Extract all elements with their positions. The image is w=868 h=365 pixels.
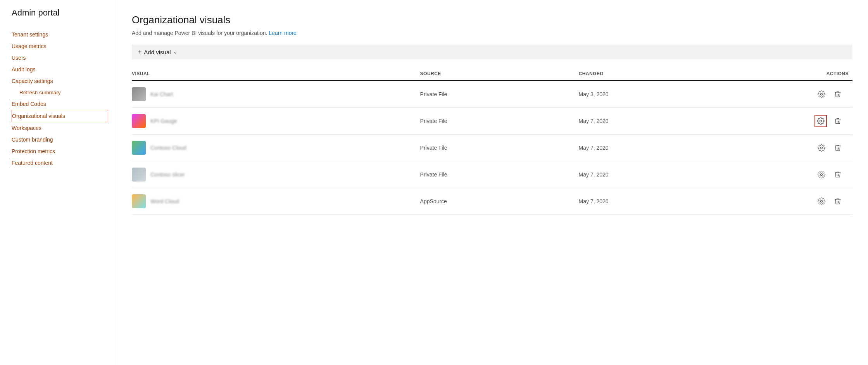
learn-more-link[interactable]: Learn more xyxy=(269,30,297,36)
settings-button-row-2[interactable] xyxy=(815,115,827,127)
source-cell-row-5: AppSource xyxy=(420,188,579,215)
sidebar-item-label-workspaces: Workspaces xyxy=(12,125,41,131)
actions-cell-row-2 xyxy=(737,108,852,135)
visual-icon-row-1 xyxy=(132,87,146,101)
actions-cell-row-5 xyxy=(737,188,852,215)
delete-button-row-5[interactable] xyxy=(832,196,843,207)
actions-cell-row-4 xyxy=(737,161,852,188)
main-content: Organizational visuals Add and manage Po… xyxy=(116,0,868,365)
changed-cell-row-2: May 7, 2020 xyxy=(579,108,737,135)
sidebar-item-workspaces[interactable]: Workspaces xyxy=(12,122,116,134)
table-row: Word Cloud AppSourceMay 7, 2020 xyxy=(132,188,852,215)
table-row: KPI Gauge Private FileMay 7, 2020 xyxy=(132,108,852,135)
visual-icon-row-2 xyxy=(132,114,146,128)
add-visual-label: Add visual xyxy=(144,49,171,55)
visual-cell-row-2: KPI Gauge xyxy=(132,108,420,135)
source-cell-row-2: Private File xyxy=(420,108,579,135)
app-container: Admin portal Tenant settingsUsage metric… xyxy=(0,0,868,365)
visual-cell-row-3: Contoso Cloud xyxy=(132,135,420,161)
actions-cell-row-3 xyxy=(737,135,852,161)
sidebar-item-label-organizational-visuals: Organizational visuals xyxy=(12,113,65,119)
sidebar-item-label-audit-logs: Audit logs xyxy=(12,66,35,73)
toolbar: + Add visual ⌄ xyxy=(132,45,852,59)
chevron-down-icon: ⌄ xyxy=(173,49,177,55)
delete-button-row-4[interactable] xyxy=(832,169,843,180)
sidebar-item-custom-branding[interactable]: Custom branding xyxy=(12,134,116,145)
sidebar-item-label-users: Users xyxy=(12,55,26,61)
sidebar-item-featured-content[interactable]: Featured content xyxy=(12,157,116,169)
visual-icon-row-5 xyxy=(132,194,146,208)
subtitle-text: Add and manage Power BI visuals for your… xyxy=(132,30,267,36)
settings-button-row-3[interactable] xyxy=(816,142,827,153)
source-cell-row-4: Private File xyxy=(420,161,579,188)
visual-cell-row-4: Contoso slicer xyxy=(132,161,420,188)
sidebar-item-label-tenant-settings: Tenant settings xyxy=(12,31,48,38)
visual-icon-row-4 xyxy=(132,168,146,182)
settings-button-row-4[interactable] xyxy=(816,169,827,180)
changed-cell-row-5: May 7, 2020 xyxy=(579,188,737,215)
sidebar-item-capacity-settings[interactable]: Capacity settings xyxy=(12,75,116,87)
sidebar-item-organizational-visuals[interactable]: Organizational visuals xyxy=(12,110,108,122)
page-subtitle: Add and manage Power BI visuals for your… xyxy=(132,30,852,36)
delete-button-row-3[interactable] xyxy=(832,142,843,153)
admin-portal-title: Admin portal xyxy=(12,8,116,18)
sidebar-item-audit-logs[interactable]: Audit logs xyxy=(12,64,116,75)
settings-button-row-1[interactable] xyxy=(816,89,827,100)
svg-point-4 xyxy=(821,201,823,202)
sidebar-item-label-featured-content: Featured content xyxy=(12,160,53,166)
actions-cell-row-1 xyxy=(737,81,852,108)
svg-point-2 xyxy=(821,147,823,149)
visuals-table: VISUAL SOURCE CHANGED ACTIONS Kai Chart … xyxy=(132,67,852,215)
table-header-row: VISUAL SOURCE CHANGED ACTIONS xyxy=(132,67,852,81)
sidebar-item-label-custom-branding: Custom branding xyxy=(12,137,53,143)
changed-cell-row-4: May 7, 2020 xyxy=(579,161,737,188)
sidebar-item-label-capacity-settings: Capacity settings xyxy=(12,78,53,84)
sidebar-item-label-embed-codes: Embed Codes xyxy=(12,101,46,107)
sidebar-item-label-usage-metrics: Usage metrics xyxy=(12,43,46,49)
sidebar-item-tenant-settings[interactable]: Tenant settings xyxy=(12,29,116,40)
col-header-actions: ACTIONS xyxy=(737,67,852,81)
sidebar-nav: Tenant settingsUsage metricsUsersAudit l… xyxy=(12,29,116,169)
table-row: Contoso slicer Private FileMay 7, 2020 xyxy=(132,161,852,188)
table-row: Kai Chart Private FileMay 3, 2020 xyxy=(132,81,852,108)
add-visual-button[interactable]: + Add visual ⌄ xyxy=(138,48,177,55)
sidebar-item-embed-codes[interactable]: Embed Codes xyxy=(12,98,116,110)
delete-button-row-2[interactable] xyxy=(832,116,843,126)
page-title: Organizational visuals xyxy=(132,14,852,26)
col-header-visual: VISUAL xyxy=(132,67,420,81)
col-header-changed: CHANGED xyxy=(579,67,737,81)
sidebar-item-users[interactable]: Users xyxy=(12,52,116,64)
visual-cell-row-1: Kai Chart xyxy=(132,81,420,108)
visual-name-row-3: Contoso Cloud xyxy=(150,145,186,151)
svg-point-0 xyxy=(821,93,823,95)
source-cell-row-1: Private File xyxy=(420,81,579,108)
plus-icon: + xyxy=(138,48,142,55)
settings-button-row-5[interactable] xyxy=(816,196,827,207)
visual-cell-row-5: Word Cloud xyxy=(132,188,420,215)
sidebar: Admin portal Tenant settingsUsage metric… xyxy=(0,0,116,365)
changed-cell-row-1: May 3, 2020 xyxy=(579,81,737,108)
svg-point-1 xyxy=(820,120,822,122)
sidebar-item-refresh-summary[interactable]: Refresh summary xyxy=(12,87,116,98)
visual-name-row-4: Contoso slicer xyxy=(150,171,185,178)
visual-name-row-1: Kai Chart xyxy=(150,91,173,97)
table-body: Kai Chart Private FileMay 3, 2020 KPI Ga… xyxy=(132,81,852,215)
delete-button-row-1[interactable] xyxy=(832,89,843,100)
visual-icon-row-3 xyxy=(132,141,146,155)
visual-name-row-5: Word Cloud xyxy=(150,198,179,204)
sidebar-item-label-protection-metrics: Protection metrics xyxy=(12,148,55,154)
changed-cell-row-3: May 7, 2020 xyxy=(579,135,737,161)
svg-point-3 xyxy=(821,174,823,176)
source-cell-row-3: Private File xyxy=(420,135,579,161)
col-header-source: SOURCE xyxy=(420,67,579,81)
sidebar-item-protection-metrics[interactable]: Protection metrics xyxy=(12,145,116,157)
table-row: Contoso Cloud Private FileMay 7, 2020 xyxy=(132,135,852,161)
sidebar-item-usage-metrics[interactable]: Usage metrics xyxy=(12,40,116,52)
sidebar-item-label-refresh-summary: Refresh summary xyxy=(19,90,61,95)
visual-name-row-2: KPI Gauge xyxy=(150,118,177,124)
